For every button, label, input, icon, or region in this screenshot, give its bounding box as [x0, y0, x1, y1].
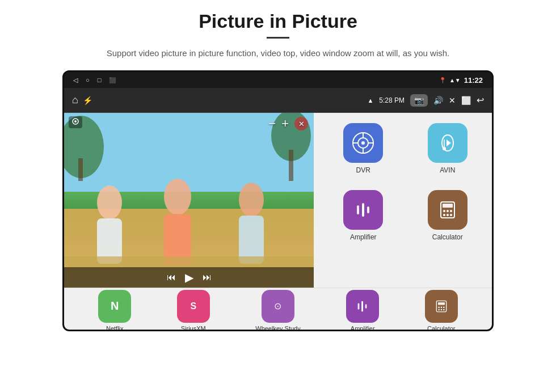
svg-point-29 — [443, 214, 445, 216]
status-bar-right: 📍 ▲▼ 11:22 — [439, 76, 483, 85]
avin-icon — [428, 123, 467, 163]
pip-video[interactable]: − + ✕ ⏮ ▶ ⏭ — [64, 113, 314, 288]
svg-rect-10 — [289, 150, 293, 181]
wheelkey-icon: ⊙ — [262, 290, 294, 323]
netflix-bottom-icon[interactable]: N Netflix — [98, 290, 131, 332]
calculator-app-icon[interactable]: Calculator — [408, 184, 488, 247]
svg-point-41 — [440, 309, 442, 310]
svg-point-40 — [438, 309, 440, 310]
svg-rect-34 — [365, 304, 367, 308]
title-divider — [267, 37, 289, 39]
close-icon[interactable]: ✕ — [449, 96, 456, 105]
svg-rect-25 — [443, 204, 453, 208]
app-bar-right: ▲ 5:28 PM 📷 🔊 ✕ ⬜ ↩ — [367, 94, 484, 107]
svg-rect-23 — [367, 206, 369, 213]
calculator-bottom-label: Calculator — [427, 325, 456, 332]
amplifier-icon — [343, 190, 383, 230]
svg-point-0 — [97, 186, 122, 220]
pip-playback-bar: ⏮ ▶ ⏭ — [64, 267, 314, 288]
calculator-bottom-icon[interactable]: Calculator — [425, 290, 458, 332]
wheelkey-bottom-icon[interactable]: ⊙ Wheelkey Study — [255, 290, 300, 332]
dvr-icon — [343, 123, 383, 163]
calculator-bottom-icon-img — [425, 290, 458, 323]
rewind-button[interactable]: ⏮ — [167, 272, 176, 283]
svg-point-42 — [443, 309, 445, 310]
main-content: − + ✕ ⏮ ▶ ⏭ — [64, 113, 492, 288]
wifi-icon: ▲▼ — [449, 77, 461, 83]
siriusxm-icon: S — [177, 290, 210, 323]
home-button[interactable]: ⌂ — [72, 94, 78, 106]
bottom-app-row: N Netflix S SiriusXM ⊙ Wheelkey Study — [64, 288, 492, 331]
page-title: Picture in Picture — [199, 10, 357, 32]
svg-point-39 — [443, 306, 445, 308]
calculator-icon — [428, 190, 467, 230]
pip-controls: − + ✕ — [64, 116, 314, 131]
svg-point-2 — [164, 179, 191, 215]
netflix-label: Netflix — [106, 325, 124, 332]
amplifier-bottom-icon[interactable]: Amplifier — [346, 290, 379, 332]
svg-rect-22 — [362, 203, 364, 217]
dvr-label: DVR — [356, 166, 370, 174]
page-subtitle: Support video picture in picture functio… — [107, 47, 449, 60]
dvr-app-icon[interactable]: DVR — [323, 117, 403, 180]
svg-point-4 — [239, 183, 264, 217]
svg-point-19 — [361, 141, 365, 145]
svg-point-27 — [447, 210, 449, 212]
amplifier-app-icon[interactable]: Amplifier — [323, 184, 403, 247]
svg-rect-21 — [357, 205, 359, 214]
svg-rect-36 — [438, 302, 445, 305]
pip-area: − + ✕ ⏮ ▶ ⏭ — [64, 113, 319, 288]
pip-minus-button[interactable]: − — [268, 116, 276, 131]
siriusxm-bottom-icon[interactable]: S SiriusXM — [177, 290, 210, 332]
status-bar: ◁ ○ □ ⬛ 📍 ▲▼ 11:22 — [64, 72, 492, 88]
svg-point-31 — [450, 214, 452, 216]
camera-button[interactable]: 📷 — [410, 94, 428, 107]
back-icon[interactable]: ◁ — [73, 77, 78, 84]
amplifier-label: Amplifier — [350, 233, 377, 241]
svg-rect-32 — [358, 303, 360, 309]
svg-point-20 — [443, 147, 446, 150]
svg-rect-9 — [78, 158, 83, 181]
pip-video-scene: − + ✕ ⏮ ▶ ⏭ — [64, 113, 314, 288]
svg-point-26 — [443, 210, 445, 212]
wifi-status-icon: ▲ — [367, 97, 373, 104]
pip-plus-button[interactable]: + — [281, 116, 289, 131]
app-bar: ⌂ ⚡ ▲ 5:28 PM 📷 🔊 ✕ ⬜ ↩ — [64, 88, 492, 113]
appbar-time: 5:28 PM — [379, 96, 405, 104]
svg-point-30 — [447, 214, 449, 216]
wheelkey-label: Wheelkey Study — [255, 325, 300, 332]
recents-icon[interactable]: □ — [98, 77, 102, 83]
home-circle-icon[interactable]: ○ — [86, 77, 90, 83]
app-bar-left: ⌂ ⚡ — [72, 94, 92, 106]
svg-point-37 — [438, 306, 440, 308]
back-icon-bar[interactable]: ↩ — [477, 95, 484, 106]
svg-point-38 — [440, 306, 442, 308]
avin-label: AVIN — [440, 166, 455, 174]
page-wrapper: Picture in Picture Support video picture… — [0, 0, 556, 392]
status-bar-left: ◁ ○ □ ⬛ — [73, 77, 116, 84]
pip-window-icon[interactable]: ⬜ — [461, 96, 471, 105]
calculator-label: Calculator — [432, 233, 463, 241]
volume-icon[interactable]: 🔊 — [433, 96, 443, 105]
fast-forward-button[interactable]: ⏭ — [203, 272, 212, 283]
device-frame: ◁ ○ □ ⬛ 📍 ▲▼ 11:22 ⌂ ⚡ ▲ 5:28 PM 📷 🔊 — [62, 70, 494, 331]
usb-icon: ⚡ — [83, 96, 92, 105]
location-icon: 📍 — [439, 77, 446, 83]
pip-close-button[interactable]: ✕ — [294, 117, 308, 130]
right-panel: DVR AVIN — [319, 113, 492, 288]
screenshot-icon[interactable]: ⬛ — [109, 77, 116, 83]
status-time: 11:22 — [464, 76, 483, 85]
avin-app-icon[interactable]: AVIN — [408, 117, 488, 180]
amplifier-bottom-icon-img — [346, 290, 379, 323]
netflix-icon: N — [98, 290, 131, 323]
siriusxm-label: SiriusXM — [181, 325, 206, 332]
amplifier-bottom-label: Amplifier — [351, 325, 375, 332]
svg-rect-33 — [361, 301, 363, 311]
svg-point-28 — [450, 210, 452, 212]
play-button[interactable]: ▶ — [185, 271, 193, 284]
